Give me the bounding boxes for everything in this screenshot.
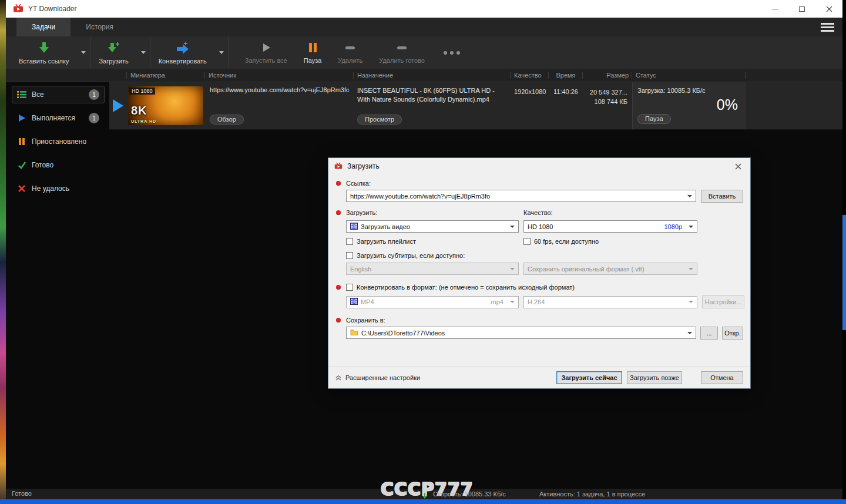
convert-dropdown[interactable] [215, 36, 229, 69]
playlist-checkbox[interactable]: Загрузить плейлист [346, 238, 519, 245]
convert-button[interactable]: Конвертировать [150, 36, 215, 69]
start-all-icon [260, 42, 272, 55]
fps-checkbox-label: 60 fps, если доступно [534, 238, 599, 245]
convert-checkbox[interactable]: Конвертировать в формат: (не отмечено = … [346, 284, 743, 291]
column-play[interactable] [109, 69, 127, 82]
convert-label: Конвертировать [159, 58, 207, 65]
subtitle-format-value: Сохранить оригинальный формат (.vtt) [528, 266, 644, 273]
filmstrip-icon [350, 223, 358, 231]
playlist-checkbox-label: Загрузить плейлист [357, 238, 416, 245]
delete-done-button[interactable]: Удалить готово [371, 36, 433, 69]
delete-button[interactable]: Удалить [330, 36, 371, 69]
size-cell: 20 549 327... 108 744 КБ [583, 82, 632, 129]
advanced-settings-toggle[interactable]: Расширенные настройки [335, 374, 420, 381]
minimize-button[interactable] [761, 0, 788, 18]
destination-view-button[interactable]: Просмотр [357, 115, 402, 125]
save-path-combobox[interactable]: C:\Users\DToretto777\Videos [346, 327, 696, 339]
source-browse-button[interactable]: Обзор [210, 115, 244, 125]
play-icon [17, 114, 26, 122]
required-dot [336, 181, 341, 186]
subtitles-checkbox[interactable]: Загрузить субтитры, если доступно: [346, 252, 743, 259]
column-status[interactable]: Статус [632, 69, 746, 82]
dialog-title: Загрузить [347, 162, 380, 170]
dialog-footer: Расширенные настройки Загрузить сейчас З… [328, 367, 750, 388]
count-badge: 1 [89, 113, 99, 123]
pause-all-label: Пауза [304, 57, 322, 64]
folder-icon [350, 329, 358, 337]
paste-link-button[interactable]: Вставить ссылку [11, 36, 77, 69]
settings-button[interactable]: Настройки... [702, 295, 744, 308]
close-button[interactable] [815, 0, 842, 18]
dialog-close-button[interactable] [731, 160, 744, 173]
download-now-button[interactable]: Загрузить сейчас [556, 371, 622, 384]
download-icon [107, 41, 120, 55]
main-menu-button[interactable] [821, 23, 834, 32]
column-source[interactable]: Источник [205, 69, 354, 82]
check-icon [17, 161, 26, 169]
chevron-up-icon [335, 375, 341, 381]
open-folder-button[interactable]: Откр. [722, 327, 743, 340]
codec-value: H.264 [528, 298, 545, 305]
thumb-quality-badge: HD 1080 [129, 88, 155, 95]
maximize-button[interactable] [788, 0, 815, 18]
destination-cell: INSECT BEAUTIFUL - 8K (60FPS) ULTRA HD -… [354, 82, 511, 129]
codec-combobox[interactable]: H.264 [523, 296, 697, 308]
url-combobox[interactable]: https://www.youtube.com/watch?v=ujEJ8pRm… [346, 190, 696, 202]
sidebar: Все 1 Выполняется 1 Приостановлено [6, 82, 109, 489]
delete-icon [344, 42, 357, 55]
tab-tasks-label: Задачи [32, 23, 55, 31]
tab-tasks[interactable]: Задачи [16, 18, 70, 36]
download-type-value: Загрузить видео [361, 223, 410, 230]
chevron-down-icon [689, 268, 693, 270]
tab-history[interactable]: История [70, 18, 129, 36]
sidebar-item-all[interactable]: Все 1 [12, 86, 105, 103]
thumb-8k-label: 8K [131, 104, 147, 117]
quality-cell: 1920x1080 [511, 82, 549, 129]
checkbox-box[interactable] [346, 284, 353, 291]
download-type-combobox[interactable]: Загрузить видео [346, 220, 519, 233]
size-bytes: 20 549 327... [583, 88, 627, 98]
paste-link-dropdown[interactable] [77, 36, 90, 69]
table-row[interactable]: HD 1080 8K ULTRA HD https://www.youtube.… [109, 82, 842, 130]
size-kb: 108 744 КБ [583, 98, 627, 107]
row-pause-button[interactable]: Пауза [637, 114, 671, 124]
sidebar-item-paused[interactable]: Приостановлено [12, 133, 105, 150]
sidebar-item-failed[interactable]: Не удалось [12, 180, 105, 197]
window-title: YT Downloader [28, 5, 77, 13]
link-label: Ссылка: [346, 180, 743, 187]
pause-all-button[interactable]: Пауза [296, 36, 330, 69]
chevron-down-icon [687, 332, 692, 334]
cancel-button[interactable]: Отмена [701, 371, 743, 384]
column-time[interactable]: Время [549, 69, 583, 82]
more-actions-button[interactable] [433, 36, 471, 69]
quality-combobox[interactable]: HD 1080 1080p [523, 220, 697, 233]
fps-checkbox[interactable]: 60 fps, если доступно [523, 238, 697, 245]
subtitle-format-combobox[interactable]: Сохранить оригинальный формат (.vtt) [523, 263, 697, 275]
app-window: YT Downloader Задачи История Вставить сс… [6, 0, 842, 499]
browse-button[interactable]: ... [700, 327, 718, 340]
download-button[interactable]: Загрузить [90, 36, 136, 69]
paste-button[interactable]: Вставить [701, 190, 743, 203]
chevron-down-icon [510, 301, 515, 303]
format-combobox[interactable]: MP4 .mp4 [346, 296, 519, 308]
download-dropdown[interactable] [137, 36, 150, 69]
close-icon [735, 163, 741, 170]
start-all-button[interactable]: Запустить все [237, 36, 296, 69]
column-destination[interactable]: Назначение [354, 69, 511, 82]
subtitle-language-combobox[interactable]: English [346, 263, 519, 275]
column-quality[interactable]: Качество [511, 69, 549, 82]
download-later-button[interactable]: Загрузить позже [627, 371, 682, 384]
dialog-icon [334, 162, 343, 170]
checkbox-box[interactable] [346, 238, 353, 245]
activity-text: Активность: 1 задача, 1 в процессе [539, 490, 645, 498]
row-play-button[interactable] [109, 82, 127, 129]
sidebar-item-done[interactable]: Готово [12, 156, 105, 174]
checkbox-box[interactable] [346, 252, 353, 259]
title-bar: YT Downloader [6, 0, 842, 18]
column-thumbnail[interactable]: Миниатюра [127, 69, 205, 82]
checkbox-box[interactable] [523, 238, 531, 245]
column-size[interactable]: Размер [583, 69, 632, 82]
sidebar-item-running[interactable]: Выполняется 1 [12, 109, 105, 127]
sidebar-item-paused-label: Приостановлено [32, 137, 86, 146]
download-label: Загрузить: [346, 209, 519, 216]
